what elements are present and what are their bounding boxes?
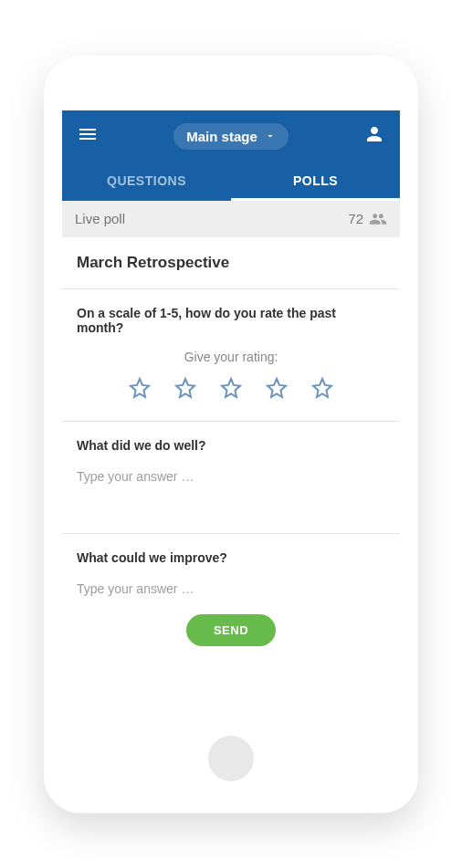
- app-screen: Main stage QUESTIONS POLLS Live poll 72: [62, 110, 400, 749]
- star-icon: [266, 377, 288, 399]
- stage-label: Main stage: [186, 129, 257, 144]
- star-5[interactable]: [311, 377, 333, 399]
- tab-questions[interactable]: QUESTIONS: [62, 162, 231, 201]
- content-area: Live poll 72 March Retrospective On a sc…: [62, 201, 400, 749]
- question-2-text: What did we do well?: [77, 438, 385, 453]
- home-button[interactable]: [208, 736, 254, 781]
- answer-2-input[interactable]: Type your answer …: [77, 467, 385, 511]
- question-1-text: On a scale of 1-5, how do you rate the p…: [77, 306, 385, 335]
- question-improve: What could we improve? Type your answer …: [62, 534, 400, 668]
- question-rating: On a scale of 1-5, how do you rate the p…: [62, 289, 400, 422]
- tabs-row: QUESTIONS POLLS: [62, 162, 400, 201]
- stage-selector[interactable]: Main stage: [173, 123, 289, 150]
- question-3-text: What could we improve?: [77, 550, 385, 565]
- answer-3-input[interactable]: Type your answer …: [77, 580, 385, 601]
- phone-frame: Main stage QUESTIONS POLLS Live poll 72: [44, 56, 418, 813]
- people-icon: [369, 210, 387, 228]
- profile-icon: [363, 123, 385, 145]
- profile-button[interactable]: [363, 123, 385, 149]
- app-header: Main stage QUESTIONS POLLS: [62, 110, 400, 201]
- header-top-row: Main stage: [62, 110, 400, 162]
- send-button[interactable]: SEND: [186, 614, 276, 646]
- send-row: SEND: [77, 614, 385, 646]
- star-2[interactable]: [174, 377, 196, 399]
- question-well: What did we do well? Type your answer …: [62, 422, 400, 534]
- star-icon: [174, 377, 196, 399]
- star-icon: [311, 377, 333, 399]
- live-poll-label: Live poll: [75, 211, 125, 226]
- poll-title: March Retrospective: [62, 237, 400, 289]
- live-poll-bar: Live poll 72: [62, 201, 400, 237]
- star-rating-group: [77, 377, 385, 399]
- star-3[interactable]: [220, 377, 242, 399]
- star-4[interactable]: [266, 377, 288, 399]
- chevron-down-icon: [265, 131, 276, 141]
- menu-button[interactable]: [77, 123, 99, 149]
- star-icon: [220, 377, 242, 399]
- tab-polls[interactable]: POLLS: [231, 162, 400, 201]
- rating-instruction: Give your rating:: [77, 350, 385, 364]
- participant-count-value: 72: [348, 211, 363, 226]
- participant-count: 72: [348, 210, 387, 228]
- star-icon: [129, 377, 151, 399]
- star-1[interactable]: [129, 377, 151, 399]
- hamburger-icon: [77, 123, 99, 145]
